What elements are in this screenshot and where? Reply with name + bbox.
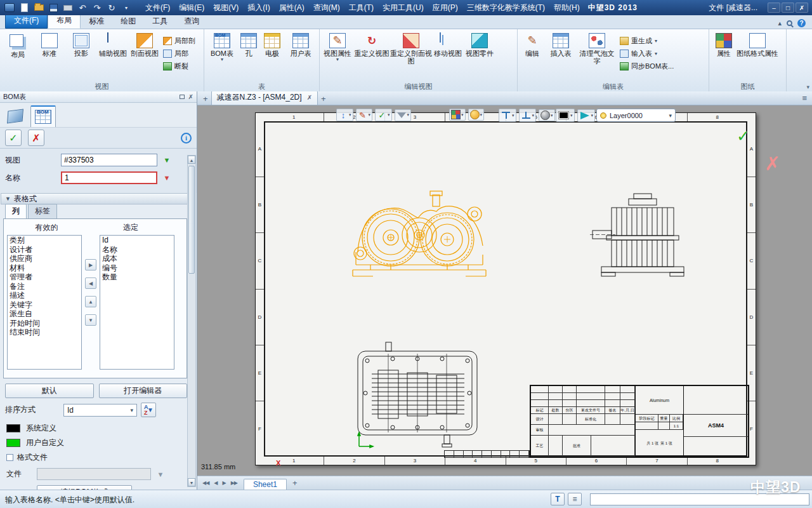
sheet-attributes-button[interactable]: 属性	[711, 31, 737, 57]
file-input[interactable]	[37, 468, 151, 480]
open-editor-button[interactable]: 打开编辑器	[99, 384, 188, 398]
pick-view-icon[interactable]: ▼	[161, 156, 173, 164]
prev-sheet-icon[interactable]: ◀	[211, 480, 219, 486]
collapse-section-icon[interactable]: ▼	[5, 196, 11, 202]
move-view-button[interactable]: 移动视图	[432, 31, 464, 57]
restore-icon[interactable]: □	[782, 3, 794, 13]
redefine-section-button[interactable]: 重定义剖面视图	[390, 31, 432, 65]
menu-item[interactable]: 视图(V)	[209, 3, 243, 13]
tab-file[interactable]: 文件(F)	[5, 13, 48, 29]
open-file-icon[interactable]	[32, 2, 45, 13]
electrode-table-button[interactable]: 电极	[259, 31, 285, 57]
scroll-down-icon[interactable]: ▼	[188, 478, 195, 486]
app-icon[interactable]	[3, 2, 16, 13]
available-list-item[interactable]: 结束时间	[8, 328, 81, 337]
move-up-button[interactable]: ▲	[85, 296, 96, 307]
available-list-item[interactable]: 材料	[8, 264, 81, 273]
scrollbar-thumb[interactable]	[188, 166, 195, 274]
next-sheet-icon[interactable]: ▶	[219, 480, 228, 486]
tab-drawing[interactable]: 绘图	[112, 15, 144, 29]
tab-labels[interactable]: 标签	[28, 204, 57, 218]
remove-column-button[interactable]: ◀	[85, 277, 96, 289]
layout-button[interactable]: 布局	[2, 31, 34, 58]
panel-float-icon[interactable]	[180, 95, 185, 99]
shade-mode-icon[interactable]	[539, 109, 555, 121]
selected-list-item[interactable]: 编号	[100, 264, 174, 273]
available-list-item[interactable]: 类别	[8, 236, 81, 245]
input-table-button[interactable]: 输入表 ▾	[620, 49, 674, 58]
selected-list-item[interactable]: 数量	[100, 272, 174, 282]
insert-table-button[interactable]: 插入表	[545, 31, 577, 57]
collapse-ribbon-icon[interactable]: ▴	[778, 19, 782, 27]
menu-item[interactable]: 查询(M)	[309, 3, 344, 13]
redefine-view-button[interactable]: ↻ 重定义视图	[353, 31, 390, 57]
local-button[interactable]: 局部	[163, 49, 195, 58]
available-list-item[interactable]: 管理者	[8, 272, 81, 282]
tab-inquire[interactable]: 查询	[176, 15, 207, 29]
table-format-section-header[interactable]: ▼ 表格式	[1, 193, 196, 204]
minimize-icon[interactable]: –	[768, 3, 780, 13]
layer-dropdown[interactable]: Layer0000 ▾	[596, 109, 676, 122]
last-sheet-icon[interactable]: ▶▶	[228, 480, 240, 486]
first-sheet-icon[interactable]: ◀◀	[200, 480, 211, 486]
hatch-pattern-icon[interactable]	[449, 109, 466, 121]
ok-button[interactable]: ✓	[5, 130, 22, 146]
layer-dropdown-arrow[interactable]: ▾	[669, 112, 672, 119]
standard-view-button[interactable]: 标准	[34, 31, 65, 57]
add-sheet-button[interactable]: +	[288, 478, 302, 488]
pick-name-icon[interactable]: ▼	[161, 174, 173, 182]
view-attributes-button[interactable]: ✎ 视图属性	[322, 31, 353, 62]
view-part-button[interactable]: 视图零件	[464, 31, 495, 57]
regen-table-button[interactable]: 重生成 ▾	[620, 36, 674, 46]
selected-list[interactable]: Id名称成本编号数量	[100, 235, 174, 370]
auxiliary-view-button[interactable]: 辅助视图	[97, 31, 129, 57]
available-list[interactable]: 类别设计者供应商材料管理者备注描述关键字派生自开始时间结束时间	[7, 235, 82, 370]
menu-item[interactable]: 文件(F)	[141, 3, 174, 13]
selected-list-item[interactable]: Id	[100, 236, 174, 245]
available-list-item[interactable]: 开始时间	[8, 319, 81, 328]
edit-bom-format-button[interactable]: 编辑BOM格式	[37, 485, 132, 490]
menu-item[interactable]: 工具(T)	[344, 3, 378, 13]
save-file-icon[interactable]	[47, 2, 60, 13]
view-tool-tab[interactable]	[3, 105, 28, 127]
browse-file-icon[interactable]: ▼	[155, 471, 166, 478]
available-list-item[interactable]: 关键字	[8, 300, 81, 310]
send-to-layer-icon[interactable]	[577, 109, 596, 122]
tab-list-icon[interactable]: ≡	[797, 93, 812, 105]
hole-table-button[interactable]: 孔	[238, 31, 259, 57]
cancel-button[interactable]: ✗	[28, 130, 44, 146]
redo-icon[interactable]: ↷	[91, 2, 103, 13]
qat-dropdown-icon[interactable]: ▾	[120, 2, 133, 13]
layer-visibility-icon[interactable]	[600, 112, 606, 119]
menu-item[interactable]: 属性(A)	[275, 3, 309, 13]
list-mode-icon[interactable]: ≡	[568, 493, 582, 505]
sync-bom-button[interactable]: 同步BOM表...	[620, 62, 674, 71]
format-file-checkbox[interactable]	[6, 454, 13, 461]
style-brush-icon[interactable]: ✎	[356, 109, 373, 121]
local-section-button[interactable]: 局部剖	[163, 36, 195, 46]
available-list-item[interactable]: 设计者	[8, 245, 81, 255]
align-top-icon[interactable]	[519, 109, 537, 122]
view-orient-icon[interactable]: ↕	[336, 109, 353, 121]
scroll-up-icon[interactable]: ▲	[188, 156, 195, 164]
close-icon[interactable]: ✗	[796, 3, 808, 13]
broken-button[interactable]: 断裂	[163, 62, 195, 71]
clean-bubble-button[interactable]: 清理气泡文字	[577, 31, 617, 65]
color-palette-icon[interactable]	[468, 109, 485, 121]
align-bottom-icon[interactable]	[499, 109, 516, 122]
section-view-button[interactable]: 剖面视图	[129, 31, 160, 57]
filter-icon[interactable]	[395, 109, 412, 121]
available-list-item[interactable]: 描述	[8, 291, 81, 300]
available-list-item[interactable]: 备注	[8, 282, 81, 291]
sort-dropdown[interactable]: Id ▾	[63, 404, 137, 417]
ribbon-options-icon[interactable]: ▾	[806, 84, 809, 90]
input-mode-icon[interactable]: T	[551, 493, 565, 505]
view-input[interactable]	[61, 154, 157, 166]
sheet-format-button[interactable]: 图纸格式属性	[737, 31, 778, 57]
edit-table-button[interactable]: ✎ 编辑	[520, 31, 545, 57]
sort-dropdown-arrow[interactable]: ▾	[130, 407, 133, 413]
tab-layout[interactable]: 布局	[48, 13, 81, 29]
add-document-tab-button[interactable]: +	[318, 94, 329, 105]
available-list-item[interactable]: 派生自	[8, 309, 81, 319]
document-tab[interactable]: 减速器N.Z3 - [ASM4_2D] ✗	[211, 90, 318, 105]
